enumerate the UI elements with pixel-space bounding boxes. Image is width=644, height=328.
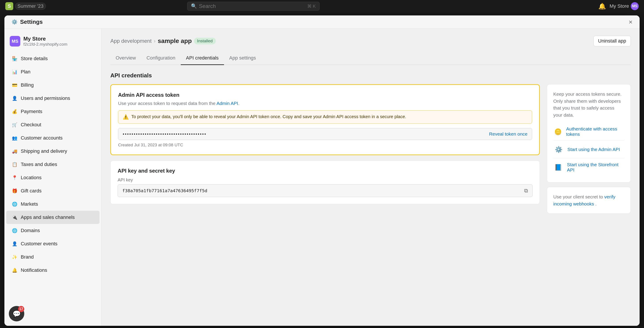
sidebar-item-domains[interactable]: 🌐 Domains: [6, 224, 100, 237]
notifications-button[interactable]: 🔔: [598, 3, 606, 10]
security-info-card: Keep your access tokens secure. Only sha…: [547, 84, 631, 182]
admin-token-desc: Use your access token to request data fr…: [118, 101, 532, 106]
notifications-icon: 🔔: [12, 267, 18, 273]
sidebar-item-label: Billing: [21, 82, 34, 88]
admin-api-link-resource[interactable]: Start using the Admin API: [568, 147, 620, 152]
tabs: Overview Configuration API credentials A…: [110, 52, 631, 65]
sidebar-item-shipping[interactable]: 🚚 Shipping and delivery: [6, 145, 100, 158]
sidebar-item-notifications[interactable]: 🔔 Notifications: [6, 264, 100, 277]
sidebar-item-brand[interactable]: ✨ Brand: [6, 250, 100, 264]
shopify-icon: S: [5, 2, 13, 10]
customer-events-icon: 👤: [12, 241, 18, 247]
sidebar-item-label: Markets: [21, 201, 38, 207]
brand-icon: ✨: [12, 254, 18, 260]
breadcrumb: App development › sample app Installed U…: [110, 36, 631, 46]
resource-list: 🪙 Authenticate with access tokens ⚙️ Sta…: [553, 123, 624, 176]
breadcrumb-separator: ›: [154, 38, 156, 44]
store-details-icon: 🏪: [12, 56, 18, 62]
payments-icon: 💰: [12, 108, 18, 115]
sidebar-item-store-details[interactable]: 🏪 Store details: [6, 52, 100, 65]
tab-configuration[interactable]: Configuration: [141, 52, 181, 65]
sidebar-item-label: Brand: [21, 254, 34, 260]
sidebar-item-label: Shipping and delivery: [21, 148, 67, 154]
sidebar-item-plan[interactable]: 📊 Plan: [6, 65, 100, 78]
store-name-label: My Store: [610, 3, 629, 9]
auth-tokens-link[interactable]: Authenticate with access tokens: [566, 126, 624, 137]
search-bar[interactable]: 🔍 ⌘ K: [187, 2, 320, 10]
sidebar-item-label: Apps and sales channels: [21, 214, 75, 220]
sidebar-item-label: Store details: [21, 56, 48, 61]
tab-api-credentials[interactable]: API credentials: [181, 52, 224, 65]
warning-text: To protect your data, you'll only be abl…: [131, 114, 406, 119]
yellow-arrow-annotation: [102, 105, 110, 141]
locations-icon: 📍: [12, 174, 18, 181]
auth-icon: 🪙: [553, 126, 562, 137]
sidebar-item-label: Users and permissions: [21, 95, 70, 101]
customer-accounts-icon: 👥: [12, 135, 18, 141]
sidebar-item-label: Locations: [21, 175, 42, 180]
search-shortcut: ⌘ K: [307, 3, 316, 9]
reveal-token-button[interactable]: Reveal token once: [489, 131, 528, 137]
right-column: Keep your access tokens secure. Only sha…: [547, 84, 631, 218]
search-icon: 🔍: [191, 3, 197, 9]
avatar: MS: [631, 2, 639, 10]
tab-overview[interactable]: Overview: [110, 52, 141, 65]
admin-api-link[interactable]: Admin API: [216, 101, 238, 106]
sidebar-item-payments[interactable]: 💰 Payments: [6, 105, 100, 118]
uninstall-button[interactable]: Uninstall app: [594, 36, 631, 46]
billing-icon: 💳: [12, 82, 18, 88]
api-key-label: API key: [118, 177, 532, 182]
admin-token-wrapper: Admin API access token Use your access t…: [110, 84, 540, 155]
sidebar-item-customer-accounts[interactable]: 👥 Customer accounts: [6, 131, 100, 145]
sidebar-item-label: Payments: [21, 109, 42, 114]
breadcrumb-parent[interactable]: App development: [110, 38, 152, 44]
sidebar-item-users[interactable]: 👤 Users and permissions: [6, 92, 100, 105]
storefront-api-link[interactable]: Start using the Storefront API: [567, 162, 624, 172]
section-title: API credentials: [110, 72, 631, 79]
resource-item-admin: ⚙️ Start using the Admin API: [553, 141, 624, 159]
token-field: •••••••••••••••••••••••••••••••••••••• R…: [118, 128, 532, 140]
content-grid: Admin API access token Use your access t…: [110, 84, 631, 218]
webhooks-info-card: Use your client secret to verify incomin…: [547, 187, 631, 214]
main-content: App development › sample app Installed U…: [102, 29, 640, 326]
sidebar-item-label: Taxes and duties: [21, 162, 57, 167]
sidebar-store-name: My Store: [24, 36, 67, 42]
markets-icon: 🌐: [12, 201, 18, 207]
domains-icon: 🌐: [12, 227, 18, 234]
store-menu-button[interactable]: My Store MS: [610, 2, 639, 10]
warning-icon: ⚠️: [123, 114, 129, 120]
sidebar-item-checkout[interactable]: 🛒 Checkout: [6, 118, 100, 131]
shipping-icon: 🚚: [12, 148, 18, 154]
chat-widget[interactable]: 💬 17: [9, 306, 24, 322]
sidebar-item-locations[interactable]: 📍 Locations: [6, 171, 100, 184]
search-input[interactable]: [199, 3, 305, 9]
sidebar-item-markets[interactable]: 🌐 Markets: [6, 197, 100, 211]
plan-icon: 📊: [12, 69, 18, 75]
api-key-title: API key and secret key: [118, 168, 532, 174]
sidebar-item-gift-cards[interactable]: 🎁 Gift cards: [6, 184, 100, 197]
settings-sidebar: MS My Store f2c1fd-2.myshopify.com 🏪 Sto…: [4, 29, 102, 326]
topbar: S Summer '23 🔍 ⌘ K 🔔 My Store MS: [0, 0, 644, 12]
sidebar-item-billing[interactable]: 💳 Billing: [6, 78, 100, 92]
installed-badge: Installed: [194, 38, 216, 44]
checkout-icon: 🛒: [12, 122, 18, 128]
store-info: MS My Store f2c1fd-2.myshopify.com: [4, 32, 101, 52]
admin-api-icon: ⚙️: [553, 144, 564, 155]
sidebar-item-label: Checkout: [21, 122, 41, 128]
sidebar-item-customer-events[interactable]: 👤 Customer events: [6, 237, 100, 250]
security-text: Keep your access tokens secure. Only sha…: [553, 91, 624, 118]
token-dots: ••••••••••••••••••••••••••••••••••••••: [123, 132, 489, 137]
modal-header: ⚙️ Settings ×: [4, 15, 640, 29]
copy-api-key-button[interactable]: ⧉: [524, 187, 528, 194]
settings-gear-icon: ⚙️: [12, 19, 18, 25]
warning-box: ⚠️ To protect your data, you'll only be …: [118, 110, 532, 124]
sidebar-item-apps[interactable]: 🔌 Apps and sales channels: [6, 211, 100, 224]
tab-app-settings[interactable]: App settings: [224, 52, 261, 65]
taxes-icon: 📋: [12, 161, 18, 167]
sidebar-item-label: Customer events: [21, 241, 58, 247]
close-button[interactable]: ×: [628, 19, 632, 25]
modal-body: MS My Store f2c1fd-2.myshopify.com 🏪 Sto…: [4, 29, 640, 326]
created-date: Created Jul 31, 2023 at 09:08 UTC: [118, 143, 532, 148]
sidebar-item-taxes[interactable]: 📋 Taxes and duties: [6, 158, 100, 171]
store-avatar: MS: [10, 36, 20, 46]
